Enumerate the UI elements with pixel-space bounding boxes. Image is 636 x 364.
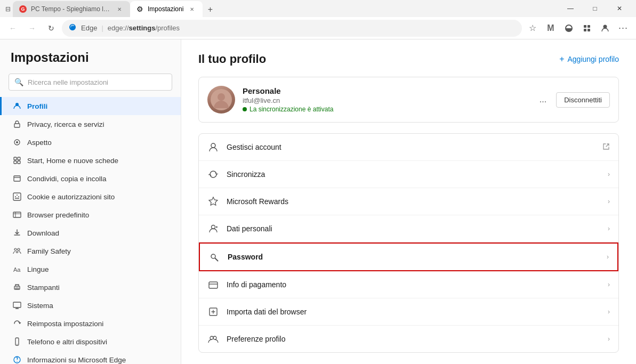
menu-item-rewards[interactable]: Microsoft Rewards › bbox=[199, 188, 618, 215]
label-pagamento: Info di pagamento bbox=[227, 280, 286, 289]
address-protocol: edge:// bbox=[108, 24, 129, 32]
sidebar: Impostazioni 🔍 Profili Privacy, ricerca … bbox=[0, 39, 181, 364]
menu-list: Gestisci account Sincronizza › bbox=[198, 133, 619, 353]
nav-label-info: Informazioni su Microsoft Edge bbox=[27, 356, 126, 364]
tab-pctemp[interactable]: G PC Tempo - Spieghiamo la Tecn... ✕ bbox=[13, 1, 130, 17]
nav-start[interactable]: Start, Home e nuove schede bbox=[0, 151, 181, 169]
new-tab-button[interactable]: + bbox=[203, 2, 218, 17]
menu-item-importa[interactable]: Importa dati del browser › bbox=[199, 298, 618, 326]
nav-aspetto[interactable]: Aspetto bbox=[0, 133, 181, 151]
nav-label-lingue: Lingue bbox=[27, 265, 49, 273]
tab2-close[interactable]: ✕ bbox=[188, 5, 196, 13]
tab1-close[interactable]: ✕ bbox=[115, 5, 124, 13]
menu-item-pagamento-right: › bbox=[608, 281, 610, 288]
nav-icon-condividi bbox=[12, 174, 22, 183]
tab-settings[interactable]: ⚙ Impostazioni ✕ bbox=[130, 1, 203, 17]
nav-reimposta[interactable]: Reimposta impostazioni bbox=[0, 314, 181, 333]
chevron-rewards: › bbox=[608, 198, 610, 205]
m-btn[interactable]: M bbox=[542, 20, 559, 37]
nav-label-profili: Profili bbox=[27, 102, 47, 110]
svg-point-37 bbox=[213, 336, 216, 339]
nav-download[interactable]: Download bbox=[0, 224, 181, 242]
close-button[interactable]: ✕ bbox=[607, 0, 632, 17]
menu-item-dati[interactable]: Dati personali › bbox=[199, 215, 618, 242]
nav-label-privacy: Privacy, ricerca e servizi bbox=[27, 120, 104, 128]
toolbar-right: ☆ M ··· bbox=[524, 20, 632, 37]
nav-family[interactable]: Family Safety bbox=[0, 242, 181, 260]
nav-lingue[interactable]: Aa Lingue bbox=[0, 260, 181, 278]
svg-point-30 bbox=[218, 93, 225, 101]
nav-icon-cookie bbox=[12, 192, 22, 201]
nav-icon-reimposta bbox=[12, 319, 22, 328]
svg-rect-17 bbox=[13, 212, 21, 217]
label-preferenze: Preferenze profilo bbox=[227, 335, 286, 343]
search-input[interactable] bbox=[28, 78, 166, 86]
search-box[interactable]: 🔍 bbox=[9, 74, 172, 91]
chevron-importa: › bbox=[608, 308, 610, 316]
nav-label-condividi: Condividi, copia e incolla bbox=[27, 175, 107, 183]
content-area: Il tuo profilo + Aggiungi profilo P bbox=[181, 39, 636, 364]
menu-item-pagamento-left: Info di pagamento bbox=[207, 279, 286, 290]
label-gestisci: Gestisci account bbox=[227, 143, 281, 151]
svg-point-31 bbox=[211, 143, 215, 148]
label-password: Password bbox=[228, 253, 263, 261]
nav-icon-profili bbox=[12, 101, 22, 111]
settings-more-btn[interactable]: ··· bbox=[615, 20, 632, 37]
profile-more-button[interactable]: ... bbox=[535, 93, 551, 107]
tab1-favicon: G bbox=[19, 5, 27, 13]
nav-label-stampanti: Stampanti bbox=[27, 284, 60, 292]
maximize-button[interactable]: □ bbox=[583, 0, 607, 17]
back-button[interactable]: ← bbox=[4, 20, 21, 37]
icon-pagamento bbox=[207, 279, 219, 290]
label-sincronizza: Sincronizza bbox=[227, 170, 265, 179]
profile-btn[interactable] bbox=[597, 20, 614, 37]
chevron-pagamento: › bbox=[608, 281, 610, 288]
nav-icon-stampanti bbox=[12, 282, 22, 292]
nav-label-reimposta: Reimposta impostazioni bbox=[27, 320, 103, 328]
tab2-favicon: ⚙ bbox=[136, 5, 143, 13]
forward-button[interactable]: → bbox=[23, 20, 41, 37]
svg-rect-13 bbox=[14, 161, 17, 164]
icon-rewards bbox=[207, 196, 219, 207]
chevron-preferenze: › bbox=[608, 335, 610, 343]
nav-condividi[interactable]: Condividi, copia e incolla bbox=[0, 169, 181, 188]
svg-text:Aa: Aa bbox=[13, 266, 21, 273]
add-profile-button[interactable]: + Aggiungi profilo bbox=[559, 54, 619, 64]
disconnect-button[interactable]: Disconnettiti bbox=[556, 92, 610, 108]
chevron-dati: › bbox=[608, 225, 610, 232]
window-controls: — □ ✕ bbox=[558, 0, 632, 17]
nav-browser[interactable]: Browser predefinito bbox=[0, 206, 181, 224]
nav-icon-lingue: Aa bbox=[12, 264, 22, 274]
menu-item-pagamento[interactable]: Info di pagamento › bbox=[199, 271, 618, 298]
nav-icon-download bbox=[12, 228, 22, 238]
nav-icon-sistema bbox=[12, 301, 22, 310]
title-bar: ⊟ G PC Tempo - Spieghiamo la Tecn... ✕ ⚙… bbox=[0, 0, 636, 17]
collections-btn[interactable] bbox=[578, 20, 595, 37]
menu-item-sincronizza[interactable]: Sincronizza › bbox=[199, 161, 618, 188]
nav-telefono[interactable]: Telefono e altri dispositivi bbox=[0, 333, 181, 351]
refresh-button[interactable]: ↻ bbox=[43, 20, 60, 37]
nav-info[interactable]: Informazioni su Microsoft Edge bbox=[0, 351, 181, 364]
sync-dot bbox=[243, 107, 247, 111]
menu-item-gestisci[interactable]: Gestisci account bbox=[199, 134, 618, 161]
svg-rect-3 bbox=[587, 25, 590, 28]
nav-profili[interactable]: Profili bbox=[0, 97, 181, 115]
menu-item-preferenze[interactable]: Preferenze profilo › bbox=[199, 326, 618, 352]
nav-stampanti[interactable]: Stampanti bbox=[0, 278, 181, 296]
page-title: Il tuo profilo bbox=[198, 52, 266, 66]
address-field[interactable]: Edge | edge://settings/profiles bbox=[62, 20, 522, 37]
external-link-icon-gestisci bbox=[602, 143, 610, 152]
favorites-btn[interactable]: ☆ bbox=[524, 20, 541, 37]
svg-rect-5 bbox=[587, 29, 590, 31]
add-profile-label: Aggiungi profilo bbox=[567, 55, 619, 63]
menu-item-password[interactable]: Password › bbox=[199, 242, 618, 271]
browser-essentials-btn[interactable] bbox=[560, 20, 577, 37]
nav-privacy[interactable]: Privacy, ricerca e servizi bbox=[0, 115, 181, 133]
nav-label-browser: Browser predefinito bbox=[27, 211, 89, 219]
svg-rect-34 bbox=[209, 282, 218, 288]
nav-sistema[interactable]: Sistema bbox=[0, 296, 181, 314]
minimize-button[interactable]: — bbox=[558, 0, 583, 17]
label-importa: Importa dati del browser bbox=[227, 308, 307, 316]
nav-cookie[interactable]: Cookie e autorizzazioni sito bbox=[0, 188, 181, 206]
avatar bbox=[207, 86, 235, 114]
